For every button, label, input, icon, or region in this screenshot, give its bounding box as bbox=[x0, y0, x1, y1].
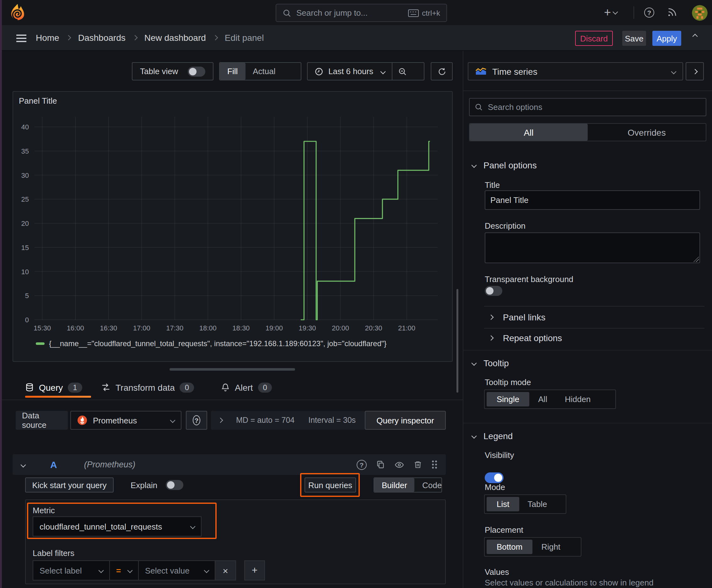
transparent-bg-toggle[interactable] bbox=[485, 286, 502, 296]
table-view-toggle-group[interactable]: Table view bbox=[132, 62, 214, 80]
user-avatar[interactable] bbox=[692, 5, 708, 21]
legend-mode-table[interactable]: Table bbox=[519, 497, 555, 511]
save-button[interactable]: Save bbox=[622, 31, 646, 46]
collapse-query-icon[interactable] bbox=[21, 462, 26, 467]
chevron-down-icon bbox=[671, 69, 676, 74]
help-button[interactable]: ? bbox=[644, 7, 654, 18]
breadcrumb-new-dashboard[interactable]: New dashboard bbox=[145, 33, 206, 43]
metric-select[interactable]: cloudflared_tunnel_total_requests bbox=[33, 517, 201, 537]
operator-value: = bbox=[116, 566, 121, 575]
panel-links-label: Panel links bbox=[503, 312, 545, 322]
mega-menu-toggle[interactable] bbox=[16, 35, 26, 42]
search-icon bbox=[475, 103, 483, 111]
zoom-out-button[interactable] bbox=[391, 63, 413, 80]
toggle-visibility-icon[interactable] bbox=[394, 460, 404, 469]
transform-count-badge: 0 bbox=[180, 382, 194, 392]
chevron-down-icon bbox=[613, 9, 618, 15]
breadcrumb-home[interactable]: Home bbox=[36, 33, 59, 43]
table-view-toggle[interactable] bbox=[188, 66, 205, 76]
breadcrumb-dashboards[interactable]: Dashboards bbox=[78, 33, 126, 43]
zoom-out-icon bbox=[398, 67, 407, 76]
chevron-down-icon bbox=[204, 568, 209, 573]
builder-option[interactable]: Builder bbox=[374, 478, 415, 492]
query-inspector-button[interactable]: Query inspector bbox=[365, 411, 446, 430]
operator-dropdown[interactable]: = bbox=[110, 560, 139, 581]
placement-bottom[interactable]: Bottom bbox=[487, 540, 533, 554]
kick-start-query-button[interactable]: Kick start your query bbox=[25, 478, 114, 492]
panel-options-header[interactable]: Panel options bbox=[472, 160, 537, 170]
x-axis-tick-label: 17:30 bbox=[166, 324, 184, 332]
topbar-divider bbox=[633, 6, 634, 19]
tab-overrides[interactable]: Overrides bbox=[588, 124, 706, 141]
sidebar-divider bbox=[463, 90, 712, 91]
pane-resize-handle[interactable] bbox=[170, 368, 295, 371]
tab-all[interactable]: All bbox=[470, 124, 588, 141]
discard-button[interactable]: Discard bbox=[575, 31, 613, 46]
add-filter-button[interactable]: + bbox=[244, 560, 265, 581]
query-options-collapsed[interactable]: MD = auto = 704 Interval = 30s bbox=[211, 411, 365, 430]
panel-links-section[interactable]: Panel links bbox=[489, 312, 545, 322]
avatar-image bbox=[692, 5, 708, 21]
select-value-dropdown[interactable]: Select value bbox=[139, 560, 215, 581]
collapse-options-pane-button[interactable] bbox=[686, 62, 704, 80]
global-search-input[interactable]: Search or jump to... ctrl+k bbox=[276, 4, 447, 22]
tooltip-section-header[interactable]: Tooltip bbox=[472, 358, 509, 368]
remove-filter-button[interactable]: × bbox=[215, 560, 236, 581]
resize-corner-icon[interactable] bbox=[693, 256, 699, 262]
explain-switch-group: Explain bbox=[131, 480, 183, 490]
tab-alert[interactable]: Alert 0 bbox=[221, 377, 272, 398]
chart-legend[interactable]: {__name__="cloudflared_tunnel_total_requ… bbox=[36, 339, 386, 348]
breadcrumb-separator-icon bbox=[66, 35, 71, 41]
time-range-picker[interactable]: Last 6 hours bbox=[308, 63, 391, 80]
repeat-options-section[interactable]: Repeat options bbox=[489, 333, 562, 343]
tooltip-mode-hidden[interactable]: Hidden bbox=[556, 392, 599, 406]
tab-transform[interactable]: Transform data 0 bbox=[101, 377, 194, 398]
code-option[interactable]: Code bbox=[415, 478, 449, 492]
title-field-label: Title bbox=[485, 180, 500, 190]
add-menu-button[interactable]: + bbox=[604, 6, 617, 19]
description-textarea[interactable] bbox=[485, 232, 700, 263]
legend-visibility-toggle[interactable] bbox=[485, 472, 503, 483]
repeat-options-label: Repeat options bbox=[503, 333, 562, 343]
tooltip-mode-label: Tooltip mode bbox=[485, 378, 531, 387]
news-button[interactable] bbox=[667, 7, 677, 18]
placement-right[interactable]: Right bbox=[533, 540, 569, 554]
datasource-picker[interactable]: Prometheus bbox=[70, 411, 181, 430]
panel-preview[interactable]: Panel Title 051015202530354015:3016:0016… bbox=[13, 91, 453, 362]
actual-option[interactable]: Actual bbox=[245, 63, 283, 80]
select-value-placeholder: Select value bbox=[145, 566, 190, 575]
grafana-logo-icon[interactable] bbox=[8, 3, 27, 22]
query-row-header[interactable]: A (Prometheus) ? bbox=[13, 454, 446, 475]
delete-query-icon[interactable] bbox=[414, 460, 422, 469]
tooltip-mode-single[interactable]: Single bbox=[487, 392, 529, 406]
search-options-input[interactable]: Search options bbox=[469, 98, 706, 116]
panel-title: Panel Title bbox=[19, 96, 57, 106]
legend-mode-list[interactable]: List bbox=[487, 497, 519, 511]
visualization-picker[interactable]: Time series bbox=[468, 62, 683, 80]
collapse-header-button[interactable] bbox=[693, 35, 697, 38]
x-axis-tick-label: 16:30 bbox=[100, 324, 117, 332]
breadcrumb-bar: Home Dashboards New dashboard Edit panel… bbox=[0, 25, 712, 51]
chevron-down-icon bbox=[170, 418, 175, 423]
apply-button[interactable]: Apply bbox=[652, 31, 681, 46]
tab-query[interactable]: Query 1 bbox=[25, 377, 82, 398]
drag-handle-icon[interactable] bbox=[431, 460, 437, 469]
x-axis-tick-label: 15:30 bbox=[34, 324, 51, 332]
tooltip-mode-all[interactable]: All bbox=[529, 392, 556, 406]
panel-title-input[interactable] bbox=[485, 190, 700, 210]
visualization-label: Time series bbox=[492, 66, 666, 76]
select-label-dropdown[interactable]: Select label bbox=[33, 560, 110, 581]
chevron-right-icon bbox=[489, 335, 494, 341]
duplicate-query-icon[interactable] bbox=[376, 460, 385, 469]
query-help-icon[interactable]: ? bbox=[357, 460, 367, 469]
legend-section-header[interactable]: Legend bbox=[472, 431, 513, 441]
builder-code-switch: Builder Code bbox=[373, 478, 442, 492]
run-queries-button[interactable]: Run queries bbox=[304, 478, 356, 492]
fill-option[interactable]: Fill bbox=[220, 63, 245, 80]
datasource-help-button[interactable]: ? bbox=[186, 411, 207, 430]
select-label-placeholder: Select label bbox=[40, 566, 82, 575]
help-icon: ? bbox=[193, 415, 200, 425]
breadcrumb-separator-icon bbox=[213, 35, 218, 41]
explain-toggle[interactable] bbox=[166, 480, 183, 490]
refresh-button[interactable] bbox=[431, 62, 453, 80]
